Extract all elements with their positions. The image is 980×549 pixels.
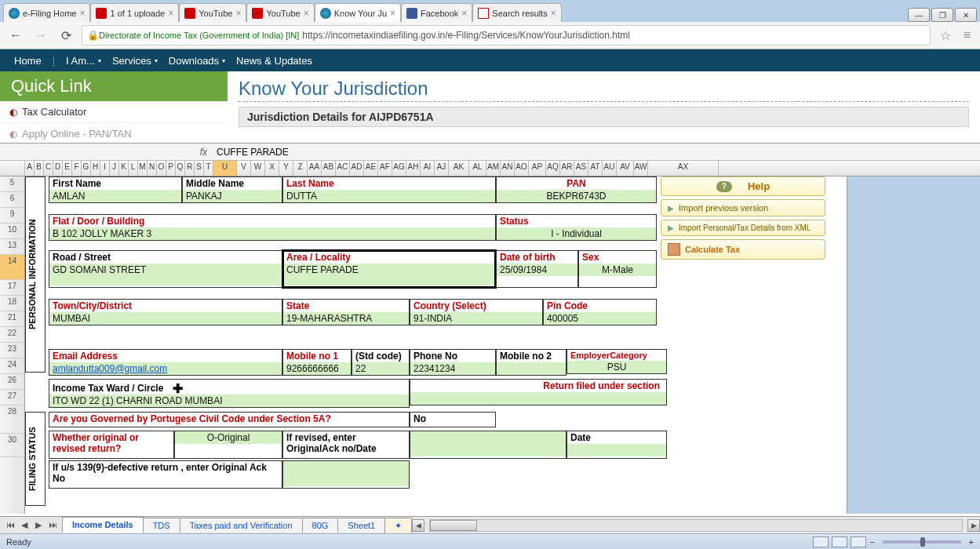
close-window-button[interactable]: ✕ (955, 8, 977, 22)
hscroll-left-button[interactable]: ◀ (412, 519, 424, 532)
sheet-next-button[interactable]: ▶ (31, 520, 46, 530)
column-header[interactable]: AP (529, 161, 546, 176)
close-icon[interactable]: × (235, 8, 241, 19)
close-icon[interactable]: × (304, 8, 309, 19)
column-header[interactable]: AM (486, 161, 501, 176)
row-header[interactable]: 22 (0, 327, 24, 343)
column-header[interactable]: AW (634, 161, 648, 176)
column-header[interactable]: AE (364, 161, 378, 176)
column-header[interactable]: C (44, 161, 53, 176)
column-header[interactable]: F (72, 161, 82, 176)
sheet-tab-80g[interactable]: 80G (302, 518, 339, 533)
column-header[interactable]: L (129, 161, 138, 176)
row-header[interactable]: 14 (0, 255, 24, 280)
browser-tab[interactable]: YouTube× (179, 3, 246, 22)
column-header[interactable]: AL (469, 161, 486, 176)
column-header[interactable]: D (53, 161, 63, 176)
maximize-button[interactable]: ❐ (931, 8, 953, 22)
spreadsheet-surface[interactable]: PERSONAL INFORMATION FILING STATUS First… (25, 176, 980, 514)
column-header[interactable]: Q (176, 161, 185, 176)
column-header[interactable]: N (148, 161, 157, 176)
column-header[interactable]: Z (293, 161, 308, 176)
sheet-tab-sheet1[interactable]: Sheet1 (337, 518, 385, 533)
row-header[interactable]: 18 (0, 296, 24, 311)
row-header[interactable]: 6 (0, 192, 24, 208)
column-header[interactable]: O (157, 161, 166, 176)
page-layout-button[interactable] (832, 536, 847, 547)
column-header[interactable]: W (251, 161, 265, 176)
column-header[interactable]: B (35, 161, 44, 176)
column-header[interactable]: AK (449, 161, 469, 176)
column-header[interactable]: Y (279, 161, 293, 176)
row-header[interactable]: 21 (0, 311, 24, 327)
column-header[interactable]: AH (406, 161, 421, 176)
column-header[interactable]: AR (560, 161, 574, 176)
menu-icon[interactable]: ≡ (960, 28, 974, 42)
column-header[interactable]: P (166, 161, 176, 176)
scrollbar-thumb[interactable] (430, 520, 477, 531)
column-header[interactable]: I (100, 161, 110, 176)
row-header[interactable]: 9 (0, 208, 24, 224)
nav-home[interactable]: Home (14, 55, 42, 67)
quicklink-item[interactable]: ◐Apply Online - PAN/TAN (0, 123, 228, 145)
column-header[interactable]: AV (617, 161, 634, 176)
column-header[interactable]: X (265, 161, 279, 176)
new-sheet-button[interactable]: ✦ (384, 518, 412, 533)
close-icon[interactable]: × (551, 8, 556, 19)
close-icon[interactable]: × (79, 8, 85, 19)
column-header[interactable]: AB (322, 161, 336, 176)
browser-tab[interactable]: e-Filing Home× (3, 3, 90, 22)
browser-tab[interactable]: Facebook× (401, 3, 472, 22)
browser-tab[interactable]: Search results× (472, 3, 561, 22)
close-icon[interactable]: × (168, 8, 173, 19)
column-header[interactable]: AT (588, 161, 603, 176)
normal-view-button[interactable] (813, 536, 829, 547)
nav-services[interactable]: Services▾ (112, 55, 158, 67)
calculate-tax-button[interactable]: Calculate Tax (661, 239, 825, 260)
row-header[interactable]: 13 (0, 239, 24, 255)
import-previous-button[interactable]: ▶Import previous version (661, 199, 825, 216)
help-button[interactable]: ?Help (661, 176, 825, 196)
horizontal-scrollbar[interactable] (429, 519, 963, 532)
nav-downloads[interactable]: Downloads▾ (169, 55, 225, 67)
column-header[interactable]: G (82, 161, 91, 176)
close-icon[interactable]: × (390, 8, 395, 19)
reload-button[interactable]: ⟳ (56, 26, 75, 45)
area-field[interactable]: Area / LocalityCUFFE PARADE (282, 250, 496, 288)
column-header[interactable]: AI (421, 161, 435, 176)
sheet-first-button[interactable]: ⏮ (3, 520, 17, 530)
column-header[interactable]: AD (350, 161, 364, 176)
column-header[interactable]: K (119, 161, 129, 176)
column-header[interactable]: AO (515, 161, 529, 176)
row-header[interactable]: 5 (0, 176, 24, 192)
column-header[interactable]: AC (336, 161, 350, 176)
sheet-tab-taxes[interactable]: Taxes paid and Verification (180, 518, 303, 533)
zoom-thumb[interactable] (920, 537, 925, 547)
column-header[interactable]: AJ (435, 161, 449, 176)
column-header[interactable]: T (204, 161, 213, 176)
column-header[interactable]: AU (603, 161, 617, 176)
column-header[interactable]: AF (378, 161, 392, 176)
row-header[interactable]: 30 (0, 434, 24, 457)
browser-tab[interactable]: Know Your Ju× (315, 3, 401, 22)
nav-news[interactable]: News & Updates (236, 55, 312, 67)
row-header[interactable]: 28 (0, 405, 24, 434)
zoom-out-button[interactable]: − (869, 537, 874, 547)
column-header[interactable]: M (138, 161, 148, 176)
column-header[interactable]: S (195, 161, 204, 176)
column-header[interactable]: U (213, 161, 237, 176)
hscroll-right-button[interactable]: ▶ (967, 519, 980, 532)
column-header[interactable]: AQ (546, 161, 560, 176)
column-header[interactable]: E (63, 161, 72, 176)
row-header[interactable]: 26 (0, 374, 24, 390)
bookmark-icon[interactable]: ☆ (937, 28, 954, 43)
column-header[interactable]: AX (648, 161, 719, 176)
column-header[interactable]: AA (308, 161, 322, 176)
browser-tab[interactable]: 1 of 1 uploade× (90, 3, 179, 22)
row-header[interactable]: 23 (0, 343, 24, 358)
row-header[interactable]: 27 (0, 390, 24, 405)
import-xml-button[interactable]: ▶Import Personal/Tax Details from XML (661, 220, 825, 236)
sheet-prev-button[interactable]: ◀ (17, 520, 31, 530)
sheet-last-button[interactable]: ⏭ (46, 520, 60, 530)
row-header[interactable]: 24 (0, 358, 24, 374)
